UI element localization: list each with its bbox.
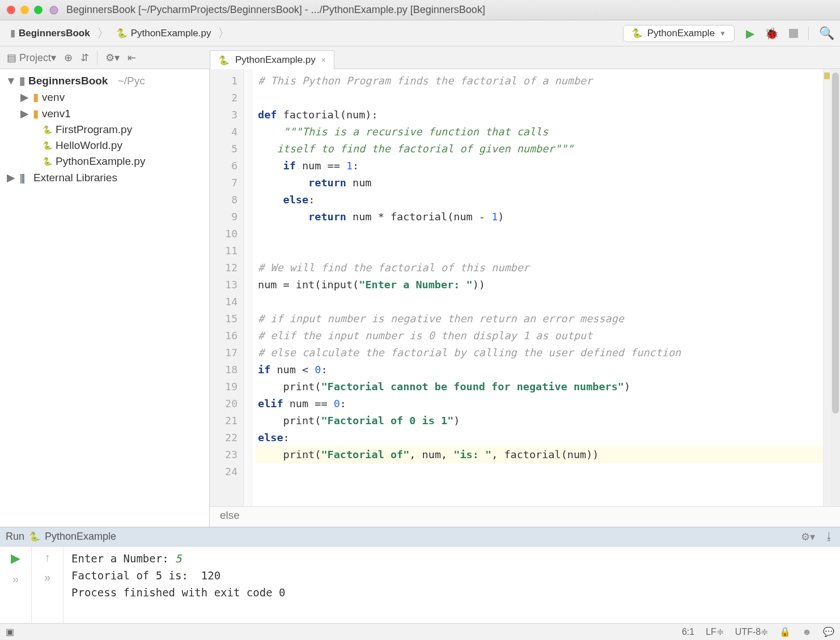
run-config-label: PythonExample — [647, 28, 715, 39]
project-tool-button[interactable]: ▤ Project▾ — [7, 52, 56, 64]
status-bar: ▣ 6:1 LF≑ UTF-8≑ 🔒 ☻ 💬 — [0, 623, 840, 640]
tree-label: FirstProgram.py — [56, 123, 132, 136]
window-title: BeginnersBook [~/PycharmProjects/Beginne… — [66, 4, 485, 16]
libraries-icon: |||| — [19, 172, 24, 184]
chevron-right-icon: ▶ — [6, 171, 16, 184]
tool-windows-icon[interactable]: ▣ — [6, 626, 14, 637]
python-file-icon: 🐍 — [42, 140, 52, 151]
download-icon[interactable]: ⭳ — [824, 531, 834, 543]
app-icon — [48, 5, 61, 16]
python-file-icon: 🐍 — [218, 55, 230, 66]
tree-label: venv — [42, 91, 65, 104]
tree-label: venv1 — [42, 108, 71, 120]
line-number-gutter: 123456789101112131415161718192021222324 — [210, 69, 244, 506]
tab-pythonexample[interactable]: 🐍 PythonExample.py × — [210, 50, 334, 69]
warning-marker-icon[interactable] — [824, 72, 830, 79]
fold-gutter — [244, 69, 252, 506]
minimize-window-icon[interactable] — [20, 6, 29, 14]
code-area[interactable]: # This Python Program finds the factoria… — [252, 69, 823, 506]
more-icon[interactable]: » — [44, 571, 50, 584]
run-title: Run — [6, 531, 24, 543]
chevron-down-icon: ▼ — [719, 29, 726, 37]
up-icon[interactable]: ↑ — [45, 551, 50, 564]
folder-icon: ▮ — [10, 27, 15, 39]
more-run-icon[interactable]: » — [12, 573, 19, 586]
chevron-right-icon: 〉 — [217, 25, 231, 42]
folder-icon: ▮ — [33, 91, 39, 104]
tree-path: ~/Pyc — [118, 75, 145, 87]
python-file-icon: 🐍 — [116, 28, 128, 39]
nav-toolbar: ▮ BeginnersBook 〉 🐍 PythonExample.py 〉 🐍… — [0, 20, 840, 46]
tree-label: BeginnersBook — [28, 75, 108, 87]
chevron-right-icon: ▶ — [19, 91, 29, 104]
caret-position[interactable]: 6:1 — [682, 627, 694, 637]
run-output[interactable]: Enter a Number: 5Factorial of 5 is: 120P… — [63, 547, 840, 623]
collapse-icon[interactable]: ⇵ — [80, 52, 89, 64]
tab-label: PythonExample.py — [235, 54, 316, 66]
tree-folder-venv1[interactable]: ▶ ▮ venv1 — [0, 105, 209, 122]
breadcrumb-file[interactable]: 🐍 PythonExample.py — [112, 25, 216, 41]
separator — [808, 27, 809, 40]
close-window-icon[interactable] — [7, 6, 15, 14]
line-separator[interactable]: LF≑ — [706, 626, 724, 637]
breadcrumb: ▮ BeginnersBook 〉 🐍 PythonExample.py 〉 — [6, 25, 620, 42]
marker-bar — [823, 69, 831, 506]
breadcrumb-label: PythonExample.py — [131, 28, 211, 39]
tree-file[interactable]: 🐍 PythonExample.py — [0, 153, 209, 169]
run-button[interactable]: ▶ — [746, 27, 754, 40]
breadcrumb-project[interactable]: ▮ BeginnersBook — [6, 25, 95, 41]
chevron-down-icon: ▼ — [6, 75, 16, 87]
inspector-icon[interactable]: ☻ — [802, 627, 812, 637]
tree-label: PythonExample.py — [56, 155, 145, 168]
search-icon[interactable]: 🔍 — [819, 26, 834, 41]
run-config-select[interactable]: 🐍 PythonExample ▼ — [623, 25, 735, 42]
tree-external-libraries[interactable]: ▶ |||| External Libraries — [0, 169, 209, 186]
feedback-icon[interactable]: 💬 — [823, 626, 834, 637]
lock-icon[interactable]: 🔒 — [779, 626, 791, 637]
scrollbar[interactable] — [831, 69, 840, 506]
editor-tabstrip: 🐍 PythonExample.py × — [210, 46, 840, 69]
tree-file[interactable]: 🐍 FirstProgram.py — [0, 122, 209, 138]
editor-breadcrumb[interactable]: else — [210, 506, 840, 527]
chevron-right-icon: ▶ — [19, 107, 29, 120]
tree-folder-venv[interactable]: ▶ ▮ venv — [0, 89, 209, 105]
hide-icon[interactable]: ⇤ — [128, 52, 136, 64]
target-icon[interactable]: ⊕ — [64, 52, 73, 64]
zoom-window-icon[interactable] — [34, 6, 43, 14]
titlebar: BeginnersBook [~/PycharmProjects/Beginne… — [0, 0, 840, 20]
python-file-icon: 🐍 — [42, 156, 52, 167]
breadcrumb-label: BeginnersBook — [19, 28, 90, 39]
debug-button[interactable]: 🐞 — [765, 27, 779, 40]
svg-point-0 — [50, 6, 58, 14]
gear-icon[interactable]: ⚙▾ — [801, 531, 815, 543]
tree-label: External Libraries — [33, 172, 117, 184]
stop-button[interactable] — [789, 29, 798, 38]
run-panel: Run 🐍 PythonExample ⚙▾ ⭳ ▶ » ↑ » Enter a… — [0, 527, 840, 623]
tree-label: HelloWorld.py — [56, 139, 122, 152]
scroll-thumb[interactable] — [832, 72, 839, 413]
project-sidebar: ▼ ▮ BeginnersBook ~/Pyc ▶ ▮ venv ▶ ▮ ven… — [0, 69, 210, 527]
code-editor: 123456789101112131415161718192021222324 … — [210, 69, 840, 527]
file-encoding[interactable]: UTF-8≑ — [735, 626, 768, 637]
close-tab-icon[interactable]: × — [321, 56, 326, 65]
separator — [97, 51, 97, 65]
python-icon: 🐍 — [29, 531, 40, 542]
gear-icon[interactable]: ⚙▾ — [105, 52, 120, 64]
python-file-icon: 🐍 — [42, 125, 52, 135]
tool-row: ▤ Project▾ ⊕ ⇵ ⚙▾ ⇤ 🐍 PythonExample.py × — [0, 46, 840, 69]
folder-icon: ▮ — [33, 107, 39, 120]
tree-root[interactable]: ▼ ▮ BeginnersBook ~/Pyc — [0, 72, 209, 89]
folder-icon: ▮ — [19, 74, 25, 87]
python-icon: 🐍 — [631, 28, 643, 39]
rerun-button[interactable]: ▶ — [11, 551, 20, 566]
chevron-right-icon: 〉 — [96, 25, 111, 42]
window-controls — [7, 6, 43, 14]
run-config-name: PythonExample — [45, 531, 116, 543]
tree-file[interactable]: 🐍 HelloWorld.py — [0, 138, 209, 153]
